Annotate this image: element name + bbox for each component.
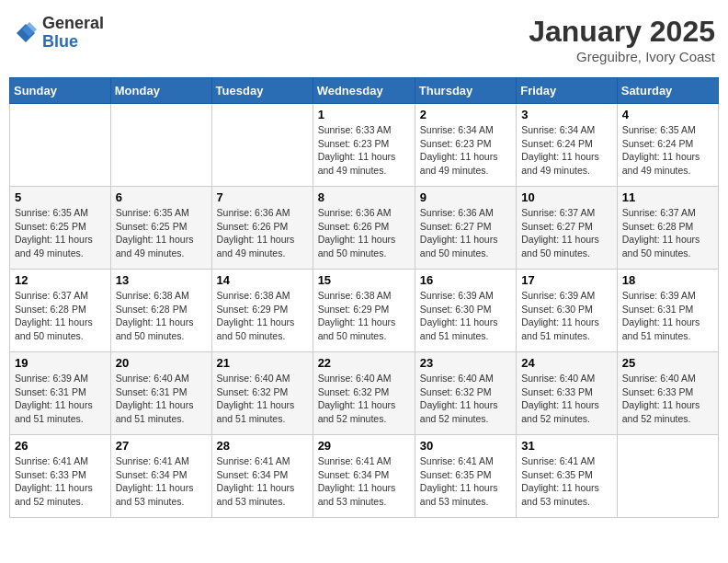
calendar-cell: [211, 104, 313, 187]
day-info: Sunrise: 6:39 AMSunset: 6:31 PMDaylight:…: [622, 289, 713, 343]
calendar-table: SundayMondayTuesdayWednesdayThursdayFrid…: [9, 77, 719, 518]
day-info: Sunrise: 6:41 AMSunset: 6:35 PMDaylight:…: [521, 454, 612, 509]
day-info: Sunrise: 6:40 AMSunset: 6:32 PMDaylight:…: [420, 372, 511, 426]
day-number: 23: [420, 356, 511, 370]
calendar-cell: [617, 435, 718, 518]
day-number: 19: [15, 356, 106, 370]
day-number: 12: [15, 273, 106, 287]
day-info: Sunrise: 6:41 AMSunset: 6:35 PMDaylight:…: [420, 454, 511, 509]
title-block: January 2025 Greguibre, Ivory Coast: [529, 15, 715, 64]
calendar-cell: 18Sunrise: 6:39 AMSunset: 6:31 PMDayligh…: [617, 270, 718, 352]
day-info: Sunrise: 6:37 AMSunset: 6:28 PMDaylight:…: [15, 289, 106, 343]
logo-icon: [13, 20, 39, 46]
calendar-cell: 29Sunrise: 6:41 AMSunset: 6:34 PMDayligh…: [313, 435, 415, 518]
day-info: Sunrise: 6:40 AMSunset: 6:33 PMDaylight:…: [521, 372, 612, 426]
column-header-wednesday: Wednesday: [313, 78, 415, 104]
column-header-friday: Friday: [517, 78, 618, 104]
calendar-cell: 25Sunrise: 6:40 AMSunset: 6:33 PMDayligh…: [617, 352, 718, 435]
day-number: 11: [622, 190, 713, 204]
day-info: Sunrise: 6:38 AMSunset: 6:29 PMDaylight:…: [318, 289, 410, 343]
logo-general-text: General: [42, 15, 104, 33]
calendar-cell: 13Sunrise: 6:38 AMSunset: 6:28 PMDayligh…: [110, 270, 211, 352]
calendar-cell: 28Sunrise: 6:41 AMSunset: 6:34 PMDayligh…: [211, 435, 313, 518]
day-number: 20: [116, 356, 207, 370]
calendar-cell: 3Sunrise: 6:34 AMSunset: 6:24 PMDaylight…: [517, 104, 618, 187]
calendar-cell: 7Sunrise: 6:36 AMSunset: 6:26 PMDaylight…: [211, 187, 313, 270]
column-header-thursday: Thursday: [415, 78, 516, 104]
day-info: Sunrise: 6:36 AMSunset: 6:26 PMDaylight:…: [318, 206, 410, 260]
calendar-cell: 8Sunrise: 6:36 AMSunset: 6:26 PMDaylight…: [313, 187, 415, 270]
day-info: Sunrise: 6:36 AMSunset: 6:26 PMDaylight:…: [217, 206, 308, 260]
day-number: 18: [622, 273, 713, 287]
calendar-cell: [110, 104, 211, 187]
calendar-cell: 9Sunrise: 6:36 AMSunset: 6:27 PMDaylight…: [415, 187, 516, 270]
page-header: General Blue January 2025 Greguibre, Ivo…: [9, 9, 719, 70]
calendar-cell: 10Sunrise: 6:37 AMSunset: 6:27 PMDayligh…: [517, 187, 618, 270]
day-info: Sunrise: 6:39 AMSunset: 6:30 PMDaylight:…: [420, 289, 511, 343]
column-header-monday: Monday: [110, 78, 211, 104]
day-number: 26: [15, 439, 106, 453]
column-header-tuesday: Tuesday: [211, 78, 313, 104]
day-number: 28: [217, 439, 308, 453]
day-number: 24: [521, 356, 612, 370]
day-number: 7: [217, 190, 308, 204]
calendar-week-4: 19Sunrise: 6:39 AMSunset: 6:31 PMDayligh…: [10, 352, 719, 435]
day-number: 14: [217, 273, 308, 287]
day-info: Sunrise: 6:36 AMSunset: 6:27 PMDaylight:…: [420, 206, 511, 260]
calendar-cell: 26Sunrise: 6:41 AMSunset: 6:33 PMDayligh…: [10, 435, 111, 518]
day-number: 2: [420, 108, 511, 121]
calendar-week-2: 5Sunrise: 6:35 AMSunset: 6:25 PMDaylight…: [10, 187, 719, 270]
calendar-cell: 11Sunrise: 6:37 AMSunset: 6:28 PMDayligh…: [617, 187, 718, 270]
calendar-week-1: 1Sunrise: 6:33 AMSunset: 6:23 PMDaylight…: [10, 104, 719, 187]
day-number: 30: [420, 439, 511, 453]
calendar-cell: 20Sunrise: 6:40 AMSunset: 6:31 PMDayligh…: [110, 352, 211, 435]
day-info: Sunrise: 6:37 AMSunset: 6:27 PMDaylight:…: [521, 206, 612, 260]
calendar-cell: 27Sunrise: 6:41 AMSunset: 6:34 PMDayligh…: [110, 435, 211, 518]
calendar-cell: 6Sunrise: 6:35 AMSunset: 6:25 PMDaylight…: [110, 187, 211, 270]
calendar-cell: [10, 104, 111, 187]
day-number: 10: [521, 190, 612, 204]
day-info: Sunrise: 6:40 AMSunset: 6:33 PMDaylight:…: [622, 372, 713, 426]
calendar-cell: 2Sunrise: 6:34 AMSunset: 6:23 PMDaylight…: [415, 104, 516, 187]
calendar-cell: 17Sunrise: 6:39 AMSunset: 6:30 PMDayligh…: [517, 270, 618, 352]
day-info: Sunrise: 6:33 AMSunset: 6:23 PMDaylight:…: [318, 123, 410, 178]
day-info: Sunrise: 6:41 AMSunset: 6:34 PMDaylight:…: [217, 454, 308, 509]
day-info: Sunrise: 6:37 AMSunset: 6:28 PMDaylight:…: [622, 206, 713, 260]
column-header-sunday: Sunday: [10, 78, 111, 104]
day-number: 3: [521, 108, 612, 121]
day-info: Sunrise: 6:34 AMSunset: 6:23 PMDaylight:…: [420, 123, 511, 178]
calendar-cell: 15Sunrise: 6:38 AMSunset: 6:29 PMDayligh…: [313, 270, 415, 352]
calendar-cell: 31Sunrise: 6:41 AMSunset: 6:35 PMDayligh…: [517, 435, 618, 518]
day-info: Sunrise: 6:40 AMSunset: 6:32 PMDaylight:…: [318, 372, 410, 426]
calendar-cell: 21Sunrise: 6:40 AMSunset: 6:32 PMDayligh…: [211, 352, 313, 435]
day-number: 17: [521, 273, 612, 287]
day-number: 29: [318, 439, 410, 453]
day-info: Sunrise: 6:39 AMSunset: 6:30 PMDaylight:…: [521, 289, 612, 343]
day-number: 21: [217, 356, 308, 370]
day-info: Sunrise: 6:41 AMSunset: 6:34 PMDaylight:…: [116, 454, 207, 509]
day-number: 15: [318, 273, 410, 287]
logo-text: General Blue: [42, 15, 104, 52]
calendar-cell: 16Sunrise: 6:39 AMSunset: 6:30 PMDayligh…: [415, 270, 516, 352]
day-info: Sunrise: 6:38 AMSunset: 6:28 PMDaylight:…: [116, 289, 207, 343]
day-info: Sunrise: 6:40 AMSunset: 6:31 PMDaylight:…: [116, 372, 207, 426]
calendar-cell: 14Sunrise: 6:38 AMSunset: 6:29 PMDayligh…: [211, 270, 313, 352]
day-info: Sunrise: 6:39 AMSunset: 6:31 PMDaylight:…: [15, 372, 106, 426]
day-number: 27: [116, 439, 207, 453]
day-number: 25: [622, 356, 713, 370]
calendar-week-3: 12Sunrise: 6:37 AMSunset: 6:28 PMDayligh…: [10, 270, 719, 352]
day-number: 31: [521, 439, 612, 453]
day-number: 16: [420, 273, 511, 287]
day-info: Sunrise: 6:41 AMSunset: 6:34 PMDaylight:…: [318, 454, 410, 509]
day-number: 4: [622, 108, 713, 121]
day-info: Sunrise: 6:35 AMSunset: 6:25 PMDaylight:…: [116, 206, 207, 260]
day-number: 5: [15, 190, 106, 204]
day-number: 13: [116, 273, 207, 287]
calendar-cell: 1Sunrise: 6:33 AMSunset: 6:23 PMDaylight…: [313, 104, 415, 187]
calendar-cell: 23Sunrise: 6:40 AMSunset: 6:32 PMDayligh…: [415, 352, 516, 435]
calendar-header-row: SundayMondayTuesdayWednesdayThursdayFrid…: [10, 78, 719, 104]
calendar-cell: 22Sunrise: 6:40 AMSunset: 6:32 PMDayligh…: [313, 352, 415, 435]
calendar-week-5: 26Sunrise: 6:41 AMSunset: 6:33 PMDayligh…: [10, 435, 719, 518]
logo-blue-text: Blue: [42, 33, 104, 52]
logo: General Blue: [13, 15, 104, 52]
